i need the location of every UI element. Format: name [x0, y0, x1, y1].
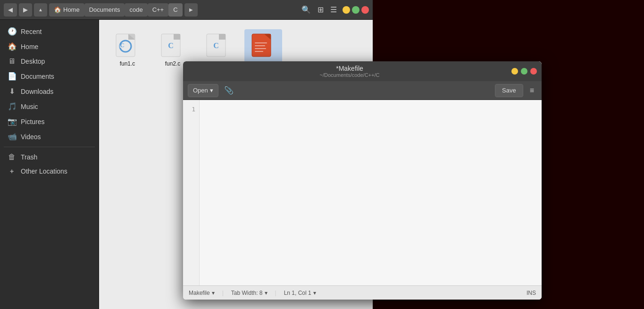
status-sep-1: | [222, 290, 224, 296]
sidebar-item-label: Downloads [21, 88, 53, 95]
sidebar-item-pictures[interactable]: 📷 Pictures [2, 114, 97, 129]
nav-forward-button[interactable]: ▶ [19, 3, 32, 17]
recent-icon: 🕐 [8, 27, 16, 36]
c-file-icon: C [206, 33, 230, 58]
tab-width-dropdown-icon: ▾ [265, 290, 268, 296]
open-button[interactable]: Open ▾ [188, 84, 218, 97]
sidebar-item-home[interactable]: 🏠 Home [2, 39, 97, 54]
editor-minimize-button[interactable] [511, 68, 518, 75]
documents-icon: 📄 [8, 72, 16, 81]
breadcrumb-home-label: Home [63, 6, 80, 13]
sidebar-item-label: Documents [21, 73, 54, 80]
svg-rect-17 [255, 48, 266, 49]
breadcrumb-documents-button[interactable]: Documents [84, 3, 125, 17]
svg-text:C: C [213, 42, 219, 50]
editor-statusbar: Makefile ▾ | Tab Width: 8 ▾ | Ln 1, Col … [183, 285, 542, 300]
editor-window: *Makefile ~/Documents/code/C++/C Open ▾ … [183, 61, 542, 300]
svg-marker-8 [174, 34, 180, 40]
ins-mode-badge: INS [527, 290, 536, 296]
svg-rect-16 [255, 45, 265, 46]
music-icon: 🎵 [8, 102, 16, 111]
minimize-button[interactable] [343, 6, 350, 14]
save-button[interactable]: Save [495, 84, 523, 97]
toolbar: ◀ ▶ ▲ 🏠 Home Documents code C++ C ▶ 🔍 ⊞ … [0, 0, 373, 20]
sidebar-item-label: Music [21, 103, 38, 110]
editor-content-area: 1 [183, 100, 542, 285]
breadcrumb-home-button[interactable]: 🏠 Home [49, 3, 84, 17]
sidebar-item-label: Desktop [21, 58, 45, 65]
file-name: fun1.c [120, 60, 135, 67]
menu-button[interactable]: ☰ [328, 3, 339, 16]
tab-width-selector[interactable]: Tab Width: 8 ▾ [231, 290, 268, 296]
sidebar-item-trash[interactable]: 🗑 Trash [2, 150, 97, 164]
search-button[interactable]: 🔍 [300, 3, 313, 16]
cursor-pos-dropdown-icon: ▾ [313, 290, 316, 296]
home-icon: 🏠 [8, 42, 16, 51]
status-sep-2: | [275, 290, 276, 296]
editor-text-input[interactable] [200, 100, 542, 285]
line-number-1: 1 [192, 106, 195, 113]
tab-width-label: Tab Width: 8 [231, 290, 263, 296]
svg-text:C: C [120, 42, 124, 49]
breadcrumb-more-button[interactable]: ▶ [184, 3, 198, 17]
breadcrumb: 🏠 Home Documents code C++ C ▶ [49, 3, 298, 17]
sidebar-item-label: Home [21, 43, 38, 50]
view-toggle-button[interactable]: ⊞ [316, 3, 326, 16]
open-label: Open [193, 87, 208, 94]
attach-button[interactable]: 📎 [222, 84, 235, 97]
editor-window-controls [511, 68, 537, 75]
breadcrumb-cpp-button[interactable]: C++ [148, 3, 169, 17]
c-file-icon: C [115, 33, 140, 58]
window-controls [343, 6, 369, 14]
editor-close-button[interactable] [530, 68, 537, 75]
pictures-icon: 📷 [8, 117, 16, 126]
other-locations-icon: + [8, 167, 16, 175]
sidebar-item-label: Videos [21, 133, 41, 141]
breadcrumb-c-button[interactable]: C [168, 3, 182, 17]
svg-text:C: C [168, 42, 174, 50]
sidebar: 🕐 Recent 🏠 Home 🖥 Desktop 📄 Documents ⬇ … [0, 20, 99, 309]
trash-icon: 🗑 [8, 153, 16, 161]
file-type-label: Makefile [189, 290, 210, 296]
downloads-icon: ⬇ [8, 87, 16, 96]
home-icon: 🏠 [54, 6, 61, 13]
c-file-icon: C [160, 33, 185, 58]
editor-titlebar: *Makefile ~/Documents/code/C++/C [183, 61, 542, 81]
sidebar-item-recent[interactable]: 🕐 Recent [2, 24, 97, 39]
videos-icon: 📹 [8, 132, 16, 141]
line-numbers: 1 [183, 100, 200, 285]
maximize-button[interactable] [352, 6, 360, 14]
breadcrumb-code-button[interactable]: code [125, 3, 147, 17]
editor-menu-button[interactable]: ≡ [527, 84, 537, 97]
sidebar-item-label: Recent [21, 28, 42, 35]
editor-toolbar: Open ▾ 📎 Save ≡ [183, 81, 542, 100]
makefile-icon [251, 33, 276, 58]
nav-back-button[interactable]: ◀ [4, 3, 17, 17]
file-name: fun2.c [165, 60, 181, 67]
editor-maximize-button[interactable] [521, 68, 527, 75]
cursor-position-selector[interactable]: Ln 1, Col 1 ▾ [284, 290, 316, 296]
sidebar-item-other-locations[interactable]: + Other Locations [2, 165, 97, 178]
svg-marker-11 [219, 34, 226, 40]
svg-rect-18 [255, 51, 263, 52]
sidebar-item-documents[interactable]: 📄 Documents [2, 69, 97, 84]
sidebar-item-videos[interactable]: 📹 Videos [2, 129, 97, 144]
editor-title-center: *Makefile ~/Documents/code/C++/C [188, 65, 511, 78]
sidebar-item-desktop[interactable]: 🖥 Desktop [2, 54, 97, 68]
close-button[interactable] [361, 6, 369, 14]
sidebar-item-label: Pictures [21, 118, 45, 125]
editor-title: *Makefile [336, 65, 363, 72]
list-item[interactable]: C fun1.c [109, 29, 146, 71]
nav-up-button[interactable]: ▲ [34, 3, 47, 17]
file-type-selector[interactable]: Makefile ▾ [189, 290, 215, 296]
editor-subtitle: ~/Documents/code/C++/C [320, 72, 380, 78]
sidebar-item-label: Trash [21, 153, 37, 161]
sidebar-item-music[interactable]: 🎵 Music [2, 99, 97, 114]
sidebar-item-label: Other Locations [21, 167, 67, 175]
desktop-icon: 🖥 [8, 57, 16, 66]
cursor-pos-label: Ln 1, Col 1 [284, 290, 311, 296]
toolbar-actions: 🔍 ⊞ ☰ [300, 3, 339, 16]
file-type-dropdown-icon: ▾ [212, 290, 215, 296]
sidebar-item-downloads[interactable]: ⬇ Downloads [2, 84, 97, 99]
svg-rect-15 [255, 42, 267, 43]
